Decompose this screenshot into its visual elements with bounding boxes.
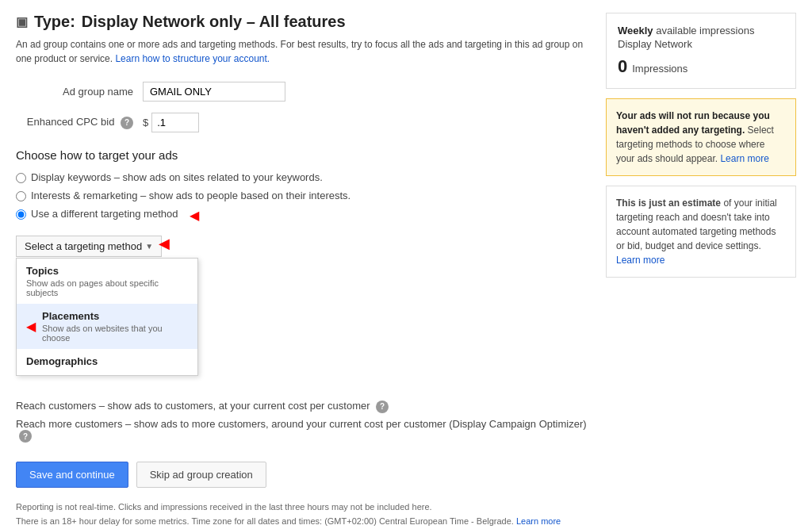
display-network-icon: ▣ — [16, 14, 28, 29]
impressions-box: Weekly available impressions Display Net… — [606, 13, 796, 89]
page-subtitle: An ad group contains one or more ads and… — [16, 37, 590, 66]
dropdown-topics-title: Topics — [26, 265, 188, 277]
footer-note-1: Reporting is not real-time. Clicks and i… — [16, 500, 590, 515]
ad-group-name-row: Ad group name — [16, 82, 590, 102]
radio-different[interactable] — [16, 209, 26, 220]
arrow-button-indicator: ◀ — [159, 235, 170, 252]
currency-symbol: $ — [143, 117, 148, 128]
enhanced-cpc-label: Enhanced CPC bid ? — [16, 116, 143, 129]
arrow-different-indicator: ◀ — [190, 208, 199, 223]
bid-row: $ — [143, 113, 199, 132]
reach-more-help-icon[interactable]: ? — [19, 430, 32, 443]
footer-notes: Reporting is not real-time. Clicks and i… — [16, 500, 590, 529]
targeting-section-title: Choose how to target your ads — [16, 148, 590, 162]
page-title: ▣ Type: Display Network only – All featu… — [16, 13, 590, 31]
sidebar: Weekly available impressions Display Net… — [606, 13, 796, 529]
impressions-label: Impressions — [632, 63, 688, 75]
radio-keywords-label[interactable]: Display keywords – show ads on sites rel… — [31, 171, 323, 183]
radio-option-interests: Interests & remarketing – show ads to pe… — [16, 190, 590, 201]
form-section: Ad group name Enhanced CPC bid ? $ — [16, 82, 590, 132]
impressions-count: 0 — [618, 56, 627, 77]
estimate-learn-more-link[interactable]: Learn more — [616, 255, 665, 266]
reach-help-icon[interactable]: ? — [376, 401, 389, 413]
enhanced-cpc-help-icon[interactable]: ? — [121, 117, 133, 129]
estimate-box: This is just an estimate of your initial… — [606, 186, 796, 278]
ad-group-name-label: Ad group name — [16, 86, 143, 98]
structure-account-link[interactable]: Learn how to structure your account. — [115, 53, 270, 64]
page-title-main: Display Network only – All features — [82, 13, 346, 31]
dropdown-arrow-icon: ▼ — [145, 242, 153, 251]
radio-different-label[interactable]: Use a different targeting method — [31, 208, 178, 220]
arrow-placements-indicator: ◀ — [26, 319, 36, 334]
estimate-bold-text: This is just an estimate — [616, 197, 721, 209]
targeting-dropdown-menu: Topics Show ads on pages about specific … — [16, 258, 198, 376]
bid-input[interactable] — [151, 113, 199, 132]
targeting-method-reach: Reach customers – show ads to customers,… — [16, 400, 590, 413]
main-content: ▣ Type: Display Network only – All featu… — [16, 13, 590, 529]
dropdown-item-topics[interactable]: Topics Show ads on pages about specific … — [17, 259, 197, 304]
radio-interests[interactable] — [16, 191, 26, 201]
targeting-method-reach-more: Reach more customers – show ads to more … — [16, 418, 590, 443]
targeting-section: Choose how to target your ads Display ke… — [16, 148, 590, 443]
impressions-network: Display Network — [618, 38, 784, 50]
warning-learn-more-link[interactable]: Learn more — [720, 153, 768, 164]
dropdown-topics-desc: Show ads on pages about specific subject… — [26, 278, 188, 297]
enhanced-cpc-row: Enhanced CPC bid ? $ — [16, 113, 590, 132]
targeting-wrapper: Select a targeting method ▼ ◀ Topics Sho… — [16, 229, 162, 257]
select-targeting-button[interactable]: Select a targeting method ▼ — [16, 236, 162, 257]
skip-ad-group-button[interactable]: Skip ad group creation — [136, 462, 266, 488]
footer-learn-more-link[interactable]: Learn more — [516, 516, 561, 526]
save-continue-button[interactable]: Save and continue — [16, 462, 128, 488]
dropdown-item-demographics[interactable]: Demographics — [17, 349, 197, 375]
action-buttons: Save and continue Skip ad group creation — [16, 462, 590, 488]
dropdown-item-placements[interactable]: ◀ Placements Show ads on websites that y… — [17, 304, 197, 349]
ad-group-name-input[interactable] — [143, 82, 285, 102]
dropdown-demographics-title: Demographics — [26, 355, 188, 367]
targeting-methods-note: Reach customers – show ads to customers,… — [16, 400, 590, 443]
radio-option-keywords: Display keywords – show ads on sites rel… — [16, 171, 590, 183]
impressions-title: Weekly available impressions — [618, 25, 784, 36]
dropdown-placements-desc: Show ads on websites that you choose — [42, 324, 188, 343]
radio-keywords[interactable] — [16, 173, 26, 183]
footer-note-2: There is an 18+ hour delay for some metr… — [16, 515, 590, 529]
radio-option-different: Use a different targeting method ◀ — [16, 208, 590, 223]
page-title-prefix: Type: — [34, 13, 75, 31]
warning-box: Your ads will not run because you haven'… — [606, 98, 796, 176]
select-targeting-label: Select a targeting method — [25, 240, 142, 252]
dropdown-placements-title: Placements — [42, 310, 188, 322]
radio-interests-label[interactable]: Interests & remarketing – show ads to pe… — [31, 190, 350, 201]
